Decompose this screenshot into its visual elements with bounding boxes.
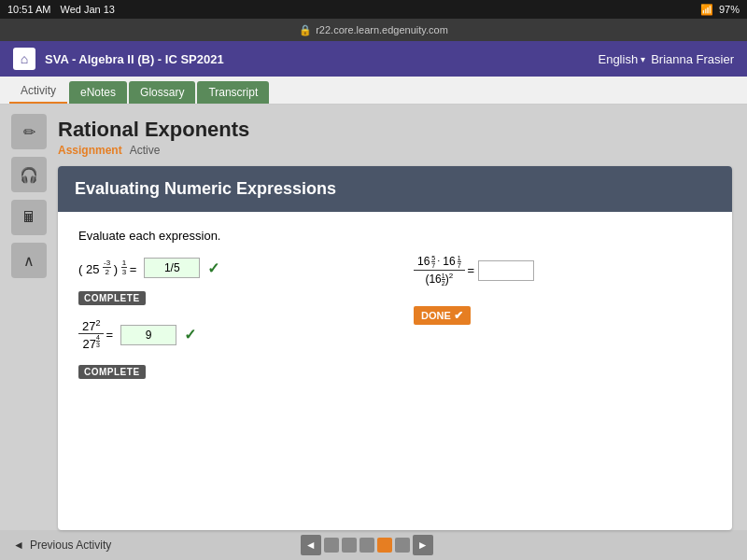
time-display: 10:51 AM <box>7 4 50 15</box>
nav-dot-2[interactable] <box>342 538 357 553</box>
nav-dot-1[interactable] <box>324 538 339 553</box>
battery-display: 97% <box>719 4 740 15</box>
calculator-button[interactable]: 🖩 <box>11 200 47 235</box>
content-box: Evaluating Numeric Expressions Evaluate … <box>58 166 732 530</box>
nav-dot-5[interactable] <box>395 538 410 553</box>
content-body: Evaluate each expression. ( 25 -3 2 <box>58 212 732 409</box>
expand-button[interactable]: ∧ <box>11 243 47 278</box>
user-name: Brianna Frasier <box>651 52 734 66</box>
problem-3-expr: 1657 ⋅ 1617 (1612)2 = <box>414 253 474 287</box>
language-label: English <box>598 52 638 66</box>
lesson-title: Rational Exponents <box>58 118 732 142</box>
assignment-label: Assignment <box>58 144 122 157</box>
instruction-text: Evaluate each expression. <box>78 229 376 243</box>
section-header: Evaluating Numeric Expressions <box>58 166 732 212</box>
problem-2-check: ✓ <box>184 326 196 343</box>
problem-3-input[interactable] <box>478 260 534 281</box>
problem-1-input[interactable] <box>144 258 200 278</box>
complete-1-button[interactable]: COMPLETE <box>78 291 146 305</box>
tabs-bar: Activity eNotes Glossary Transcript <box>0 77 747 105</box>
home-icon: ⌂ <box>21 51 28 66</box>
audio-button[interactable]: 🎧 <box>11 157 47 192</box>
nav-dots: ◄ ► <box>301 535 433 555</box>
nav-dot-3[interactable] <box>359 538 374 553</box>
bottom-bar: ◄ Previous Activity ◄ ► <box>0 530 747 560</box>
problem-3-row: 1657 ⋅ 1617 (1612)2 = <box>414 253 712 287</box>
checkmark-icon: ✔ <box>454 309 463 322</box>
language-selector[interactable]: English ▾ <box>598 52 645 66</box>
complete-2-button[interactable]: COMPLETE <box>78 365 146 379</box>
lock-icon: 🔒 <box>299 24 312 36</box>
nav-next-arrow[interactable]: ► <box>413 535 433 555</box>
left-arrow-icon: ◄ <box>13 539 24 552</box>
status-label: Active <box>130 144 161 157</box>
wifi-icon: 📶 <box>700 4 713 16</box>
url-bar: 🔒 r22.core.learn.edgenuity.com <box>0 19 747 41</box>
url-text: r22.core.learn.edgenuity.com <box>316 24 448 35</box>
problem-2-input[interactable] <box>120 325 176 345</box>
tab-glossary[interactable]: Glossary <box>129 81 195 104</box>
done-button[interactable]: DONE ✔ <box>414 306 471 325</box>
nav-prev-arrow[interactable]: ◄ <box>301 535 321 555</box>
chevron-down-icon: ▾ <box>641 54 645 64</box>
app-header: ⌂ SVA - Algebra II (B) - IC SP2021 Engli… <box>0 41 747 77</box>
lesson-meta: Assignment Active <box>58 144 732 157</box>
headphones-icon: 🎧 <box>20 166 38 184</box>
expand-icon: ∧ <box>23 252 35 270</box>
nav-dot-4-active[interactable] <box>377 538 392 553</box>
tab-enotes[interactable]: eNotes <box>69 81 127 104</box>
problem-1-row: ( 25 -3 2 ) 1 <box>78 258 376 278</box>
section-title: Evaluating Numeric Expressions <box>75 179 336 198</box>
previous-activity-button[interactable]: ◄ Previous Activity <box>13 539 111 552</box>
calculator-icon: 🖩 <box>21 209 36 226</box>
content-panel: Rational Exponents Assignment Active Eva… <box>58 105 747 530</box>
prev-label: Previous Activity <box>30 539 111 552</box>
date-display: Wed Jan 13 <box>60 4 115 15</box>
problem-2-row: 272 2743 = ✓ <box>78 318 376 352</box>
pencil-tool-button[interactable]: ✏ <box>11 114 47 149</box>
problems-left: Evaluate each expression. ( 25 -3 2 <box>78 229 376 392</box>
tab-activity[interactable]: Activity <box>9 81 67 104</box>
home-button[interactable]: ⌂ <box>13 48 35 70</box>
main-area: ✏ 🎧 🖩 ∧ Rational Exponents Assignment Ac… <box>0 105 747 530</box>
problems-right: 1657 ⋅ 1617 (1612)2 = <box>414 229 712 392</box>
course-title: SVA - Algebra II (B) - IC SP2021 <box>45 52 224 66</box>
problem-1-expr: ( 25 -3 2 ) 1 <box>78 259 136 276</box>
left-sidebar: ✏ 🎧 🖩 ∧ <box>0 105 58 530</box>
problem-2-expr: 272 2743 = <box>78 318 113 352</box>
problem-1-check: ✓ <box>207 259 219 277</box>
pencil-icon: ✏ <box>23 123 35 141</box>
status-bar: 10:51 AM Wed Jan 13 📶 97% <box>0 0 747 19</box>
tab-transcript[interactable]: Transcript <box>197 81 269 104</box>
